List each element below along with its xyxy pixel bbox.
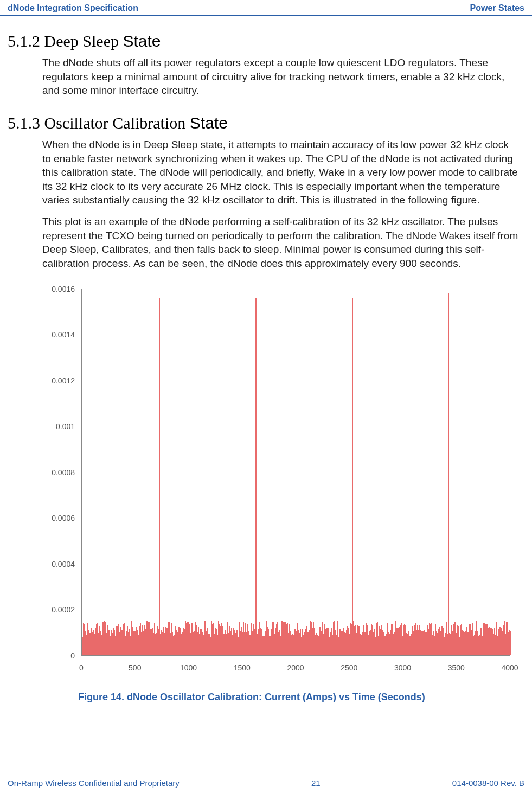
page-content: 5.1.2 Deep Sleep State The dNode shuts o… — [0, 32, 532, 703]
x-tick-label: 3000 — [394, 663, 411, 672]
figure: 00.00020.00040.00060.00080.0010.00120.00… — [40, 287, 512, 703]
x-tick-label: 4000 — [501, 663, 518, 672]
y-tick-label: 0.0006 — [52, 514, 75, 522]
section-number: 5.1.3 — [8, 114, 40, 132]
x-tick-label: 2000 — [287, 663, 304, 672]
x-tick-label: 1000 — [180, 663, 197, 672]
calibration-spike — [352, 298, 353, 655]
chart: 00.00020.00040.00060.00080.0010.00120.00… — [40, 287, 512, 677]
section-number: 5.1.2 — [8, 32, 40, 50]
x-tick-label: 0 — [79, 663, 84, 672]
y-tick-label: 0.0016 — [52, 285, 75, 293]
x-tick-label: 2500 — [341, 663, 357, 672]
page-footer: On-Ramp Wireless Confidential and Propri… — [0, 775, 532, 793]
y-tick-label: 0.0014 — [52, 330, 75, 339]
footer-page-number: 21 — [311, 778, 321, 788]
section-title-serif: Deep Sleep — [44, 32, 119, 50]
section-heading-5-1-2: 5.1.2 Deep Sleep State — [8, 32, 524, 50]
y-tick-label: 0.0002 — [52, 605, 75, 614]
x-tick-label: 3500 — [448, 663, 465, 672]
y-tick-label: 0 — [70, 651, 75, 660]
x-axis-labels: 05001000150020002500300035004000 — [81, 661, 510, 677]
section-title-sans: State — [190, 114, 228, 132]
y-tick-label: 0.0012 — [52, 376, 75, 385]
plot-area — [81, 289, 510, 656]
y-axis-labels: 00.00020.00040.00060.00080.0010.00120.00… — [40, 287, 78, 656]
footer-right: 014-0038-00 Rev. B — [452, 778, 524, 788]
y-tick-label: 0.001 — [56, 422, 75, 431]
x-tick-label: 1500 — [234, 663, 251, 672]
header-left: dNode Integration Specification — [8, 3, 138, 13]
figure-caption: Figure 14. dNode Oscillator Calibration:… — [78, 692, 512, 703]
paragraph: When the dNode is in Deep Sleep state, i… — [42, 138, 519, 207]
footer-left: On-Ramp Wireless Confidential and Propri… — [8, 778, 180, 788]
x-tick-label: 500 — [129, 663, 141, 672]
calibration-spike — [159, 298, 160, 655]
paragraph: The dNode shuts off all its power regula… — [42, 56, 519, 98]
header-right: Power States — [470, 3, 524, 13]
y-tick-label: 0.0004 — [52, 560, 75, 568]
section-title-serif: Oscillator Calibration — [44, 114, 186, 132]
page-header: dNode Integration Specification Power St… — [0, 0, 532, 16]
section-heading-5-1-3: 5.1.3 Oscillator Calibration State — [8, 114, 524, 132]
calibration-spike — [448, 293, 449, 655]
y-tick-label: 0.0008 — [52, 468, 75, 477]
paragraph: This plot is an example of the dNode per… — [42, 215, 519, 271]
calibration-spike — [255, 298, 257, 655]
section-title-sans: State — [123, 32, 161, 50]
